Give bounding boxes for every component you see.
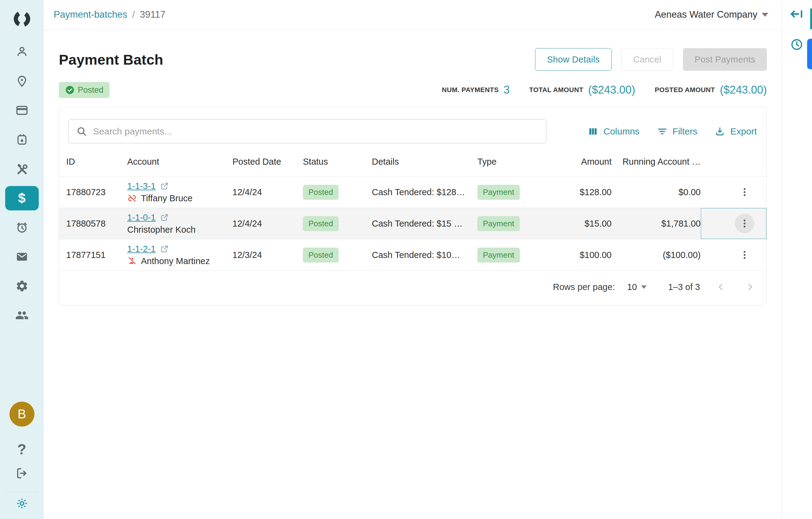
batch-status-label: Posted [78,85,104,95]
columns-button[interactable]: Columns [587,126,639,137]
header-status[interactable]: Status [303,157,372,167]
header-details[interactable]: Details [372,157,477,167]
company-name: Aeneas Water Company [655,9,757,20]
alarm-clock-icon [15,221,29,234]
account-name: Tiffany Bruce [141,193,193,204]
help-button[interactable]: ? [10,439,34,459]
sidebar-item-meters[interactable] [7,125,37,154]
person-off-icon [127,256,137,266]
dollar-icon: $ [18,191,25,206]
breadcrumb-current: 39117 [140,9,165,20]
table-header-row: ID Account Posted Date Status Details Ty… [59,147,766,177]
cell-amount: $128.00 [531,187,612,197]
logout-icon [15,466,29,480]
cell-posted-date: 12/3/24 [232,250,303,260]
sidebar-bottom: B ? [6,402,38,519]
table-row[interactable]: 17880723 1-1-3-1 Tiffany Bruce [59,177,766,208]
open-in-new-icon[interactable] [160,213,169,222]
previous-page-button[interactable] [712,278,729,296]
theme-toggle-button[interactable] [7,495,37,512]
app-logo[interactable] [13,10,31,28]
account-link[interactable]: 1-1-0-1 [127,213,156,223]
cell-details: Cash Tendered: $15 … [372,219,477,229]
collapse-panel-button[interactable] [788,7,805,22]
search-input[interactable] [93,126,539,136]
sidebar-item-messages[interactable] [7,242,37,271]
filters-button[interactable]: Filters [657,126,698,137]
breadcrumb: Payment-batches / 39117 [54,9,165,21]
side-panel-tab[interactable] [807,39,812,69]
type-badge: Payment [477,185,520,200]
chevron-down-icon [641,285,647,289]
header-account[interactable]: Account [127,157,232,167]
grid-actions: Columns Filters Export [587,126,757,137]
avatar-initial: B [18,407,26,421]
rows-per-page-select[interactable]: 10 [627,282,647,292]
cell-actions [701,177,766,208]
sidebar-divider [6,492,38,492]
header-amount[interactable]: Amount [531,157,612,167]
open-in-new-icon[interactable] [160,244,169,253]
export-button[interactable]: Export [715,126,757,137]
table-row[interactable]: 17877151 1-1-2-1 [59,239,766,271]
cell-account: 1-1-0-1 Christopher Koch [127,213,232,235]
history-button[interactable] [789,37,805,53]
cell-actions-focused [701,208,766,239]
type-badge: Payment [477,248,520,263]
cell-amount: $15.00 [531,219,612,229]
status-row: Posted NUM. PAYMENTS 3 TOTAL AMOUNT ($24… [59,82,767,98]
sidebar-nav: $ [5,37,39,330]
breadcrumb-parent-link[interactable]: Payment-batches [54,9,127,20]
status-badge: Posted [303,248,339,263]
cell-id: 17880723 [59,187,127,197]
cell-id: 17880578 [59,219,127,229]
open-in-new-icon[interactable] [160,181,169,191]
row-menu-button[interactable] [735,182,754,202]
company-selector[interactable]: Aeneas Water Company [655,9,768,20]
cell-actions [701,239,766,271]
sidebar-item-customers[interactable] [7,37,37,66]
meter-icon [15,133,29,146]
columns-icon [587,126,599,137]
pagination: Rows per page: 10 1–3 of 3 [59,271,766,303]
logout-button[interactable] [7,464,37,483]
cell-amount: $100.00 [531,250,612,260]
status-badge: Posted [303,216,339,231]
topbar: Payment-batches / 39117 Aeneas Water Com… [44,0,782,30]
cancel-button[interactable]: Cancel [621,48,673,71]
chevron-right-icon [745,282,755,292]
search-box [68,119,546,143]
page-content: Payment Batch Show Details Cancel Post P… [44,30,782,306]
table-row[interactable]: 17880578 1-1-0-1 Christopher Koch 12/4/2… [59,208,766,239]
row-menu-button[interactable] [735,214,754,233]
header-posted-date[interactable]: Posted Date [232,157,303,167]
account-link[interactable]: 1-1-3-1 [127,181,156,191]
post-payments-button[interactable]: Post Payments [683,48,767,71]
page-actions: Show Details Cancel Post Payments [535,48,767,71]
kebab-icon [740,218,750,229]
account-link[interactable]: 1-1-2-1 [127,244,156,254]
rows-per-page-label: Rows per page: [553,282,615,292]
user-avatar[interactable]: B [9,402,34,427]
sidebar-item-locations[interactable] [7,66,37,96]
row-menu-button[interactable] [735,245,754,265]
header-running-account[interactable]: Running Account … [612,157,701,167]
cell-status: Posted [303,216,372,231]
sidebar-item-schedules[interactable] [7,213,37,242]
type-badge: Payment [477,216,520,231]
sidebar-item-billing[interactable] [7,96,37,125]
sun-icon [16,497,28,510]
sidebar-item-settings[interactable] [7,271,37,301]
cell-details: Cash Tendered: $128… [372,187,477,197]
show-details-button[interactable]: Show Details [535,48,612,71]
sidebar-item-services[interactable] [7,154,37,184]
sidebar-item-payments-active[interactable]: $ [5,186,39,210]
header-id[interactable]: ID [59,157,127,167]
cell-account: 1-1-3-1 Tiffany Bruce [127,181,232,204]
cell-id: 17877151 [59,250,127,260]
header-type[interactable]: Type [477,157,531,167]
next-page-button[interactable] [742,278,759,296]
sidebar-item-users[interactable] [7,301,37,330]
breadcrumb-separator: / [132,9,135,21]
active-panel-indicator [810,8,812,29]
